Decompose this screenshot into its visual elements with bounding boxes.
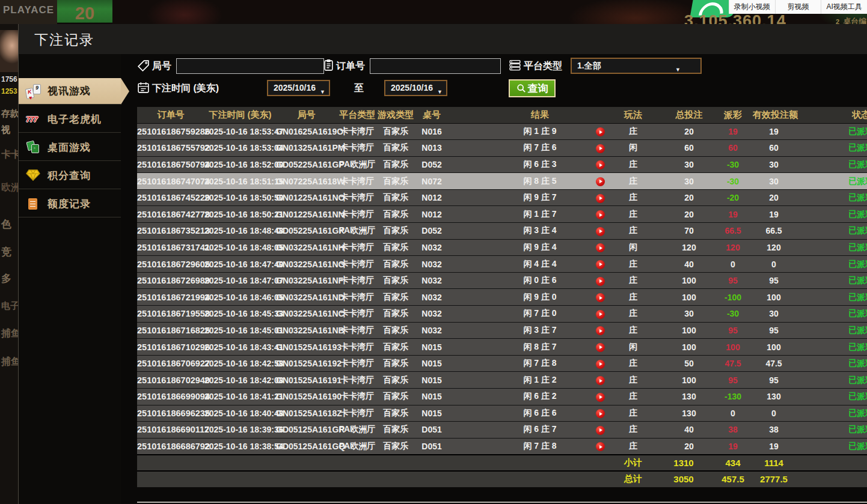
slot-777-icon: 777 <box>26 112 41 127</box>
replay-play-icon[interactable] <box>596 393 605 402</box>
table-row[interactable]: 2510161867029402025-10-16 18:42:08GN0152… <box>137 372 867 389</box>
cell-game: 百家乐 <box>378 339 414 356</box>
replay-play-icon[interactable] <box>596 243 605 252</box>
cell-bet: 30 <box>654 156 713 173</box>
table-row[interactable]: 2510161866901172025-10-16 18:39:36GD0512… <box>137 422 867 439</box>
date-to-select[interactable]: 2025/10/16 ▼ <box>384 80 447 96</box>
sidebar-item-points-query[interactable]: 积分查询 <box>19 163 121 189</box>
table-row[interactable]: 2510161867102962025-10-16 18:43:41GN0152… <box>137 339 867 356</box>
cell-payout: 47.5 <box>713 355 753 372</box>
replay-play-icon[interactable] <box>596 343 605 352</box>
table-row[interactable]: 2510161866990942025-10-16 18:41:21GN0152… <box>137 389 867 405</box>
cell-time: 2025-10-16 18:40:48 <box>204 405 276 422</box>
sidebar-item-table-games[interactable]: 桌面游戏 <box>19 135 121 161</box>
cell-replay <box>588 189 612 206</box>
replay-play-icon[interactable] <box>596 442 605 451</box>
cell-platform: 卡卡湾厅 <box>337 239 378 256</box>
table-row[interactable]: 2510161867470742025-10-16 18:51:15GN0722… <box>137 173 867 190</box>
cell-replay <box>588 422 612 439</box>
replay-play-icon[interactable] <box>596 409 605 418</box>
cell-status: 已派彩 <box>795 438 867 455</box>
platform-type-select[interactable]: 1.全部 ▼ <box>571 58 702 74</box>
cell-time: 2025-10-16 18:50:50 <box>204 189 276 206</box>
col-bet-time: 下注时间 (美东) <box>204 107 276 123</box>
cell-result: 闲 9 庄 7 <box>450 189 588 206</box>
cell-table: N032 <box>414 322 450 339</box>
cell-valid: 19 <box>753 123 795 140</box>
replay-play-icon[interactable] <box>596 326 605 335</box>
cell-round: GN01525A16190 <box>276 389 337 405</box>
cell-table: D051 <box>414 422 450 439</box>
cell-round: GD05125A161GQ <box>276 438 337 455</box>
date-from-select[interactable]: 2025/10/16 ▼ <box>267 80 330 96</box>
cell-result: 闲 9 庄 0 <box>450 289 588 306</box>
replay-play-icon[interactable] <box>596 426 605 435</box>
replay-play-icon[interactable] <box>596 310 605 319</box>
replay-play-icon[interactable] <box>596 127 605 136</box>
round-no-input[interactable] <box>176 58 324 74</box>
replay-play-icon[interactable] <box>596 177 605 186</box>
replay-play-icon[interactable] <box>596 360 605 369</box>
replay-play-icon[interactable] <box>596 144 605 153</box>
table-row[interactable]: 2510161867592862025-10-16 18:53:47GN0162… <box>137 123 867 140</box>
replay-play-icon[interactable] <box>596 210 605 219</box>
cell-platform: 卡卡湾厅 <box>337 256 378 273</box>
cell-round: GD05225A161GP <box>276 156 337 173</box>
replay-play-icon[interactable] <box>596 376 605 385</box>
col-platform: 平台类型 <box>337 107 378 123</box>
table-row[interactable]: 2510161867195582025-10-16 18:45:33GN0322… <box>137 306 867 323</box>
cell-round: GN01225A161NO <box>276 189 337 206</box>
table-row[interactable]: 2510161866867922025-10-16 18:38:54GD0512… <box>137 438 867 455</box>
cell-replay <box>588 239 612 256</box>
table-row[interactable]: 2510161866962352025-10-16 18:40:48GN0152… <box>137 405 867 422</box>
cell-bet: 130 <box>654 389 713 405</box>
table-row[interactable]: 2510161867557922025-10-16 18:53:04GN0132… <box>137 140 867 157</box>
cell-platform: 卡卡湾厅 <box>337 306 378 323</box>
order-no-input[interactable] <box>370 58 501 74</box>
background-menu-item: 竞 <box>1 245 11 259</box>
cell-valid: 30 <box>753 306 795 323</box>
replay-play-icon[interactable] <box>596 260 605 269</box>
cell-round: GN01325A161PM <box>276 140 337 157</box>
table-row[interactable]: 2510161867317412025-10-16 18:48:05GN0322… <box>137 239 867 256</box>
round-no-label: 局号 <box>152 60 171 73</box>
cell-result: 闲 6 庄 3 <box>450 156 588 173</box>
replay-play-icon[interactable] <box>596 293 605 302</box>
cell-platform: 卡卡湾厅 <box>337 272 378 289</box>
table-row[interactable]: 2510161867352132025-10-16 18:48:48GD0522… <box>137 223 867 240</box>
platform-type-label: 平台类型 <box>524 60 562 73</box>
cell-payout: -30 <box>713 156 753 173</box>
ai-video-tools-menu-item[interactable]: AI视频工具 <box>821 0 867 14</box>
table-row[interactable]: 2510161867507942025-10-16 18:52:00GD0522… <box>137 156 867 173</box>
table-row[interactable]: 2510161867269892025-10-16 18:47:07GN0322… <box>137 272 867 289</box>
table-row[interactable]: 2510161867296052025-10-16 18:47:40GN0322… <box>137 256 867 273</box>
cell-status: 已派彩 <box>795 272 867 289</box>
cell-play: 闲 <box>612 140 654 157</box>
cell-round: GN01525A1618Z <box>276 405 337 422</box>
table-row[interactable]: 2510161867168252025-10-16 18:45:01GN0322… <box>137 322 867 339</box>
cell-time: 2025-10-16 18:46:05 <box>204 289 276 306</box>
document-icon <box>26 197 41 211</box>
order-no-label: 订单号 <box>336 60 365 73</box>
replay-play-icon[interactable] <box>596 227 605 236</box>
total-total-bet: 3050 <box>654 471 713 487</box>
cell-valid: 20 <box>753 189 795 206</box>
cell-bet: 40 <box>654 422 713 439</box>
cell-table: N013 <box>414 140 450 157</box>
cell-valid: 30 <box>753 156 795 173</box>
cell-payout: -20 <box>713 189 753 206</box>
total-payout: 457.5 <box>713 471 753 487</box>
table-row[interactable]: 2510161867219942025-10-16 18:46:05GN0322… <box>137 289 867 306</box>
search-button[interactable]: 查询 <box>509 79 556 97</box>
sidebar-item-slots[interactable]: 777 电子老虎机 <box>19 106 121 133</box>
sidebar-item-live-games[interactable]: 9K♥ 视讯游戏 <box>19 78 121 105</box>
replay-play-icon[interactable] <box>596 277 605 286</box>
cell-bet: 20 <box>654 189 713 206</box>
replay-play-icon[interactable] <box>596 160 605 169</box>
table-row[interactable]: 2510161867427782025-10-16 18:50:21GN0122… <box>137 206 867 223</box>
table-row[interactable]: 2510161867452292025-10-16 18:50:50GN0122… <box>137 189 867 206</box>
table-row[interactable]: 2510161867069272025-10-16 18:42:58GN0152… <box>137 355 867 372</box>
sidebar-item-quota-records[interactable]: 额度记录 <box>19 191 121 217</box>
replay-play-icon[interactable] <box>596 194 605 203</box>
cell-game: 百家乐 <box>378 438 414 455</box>
